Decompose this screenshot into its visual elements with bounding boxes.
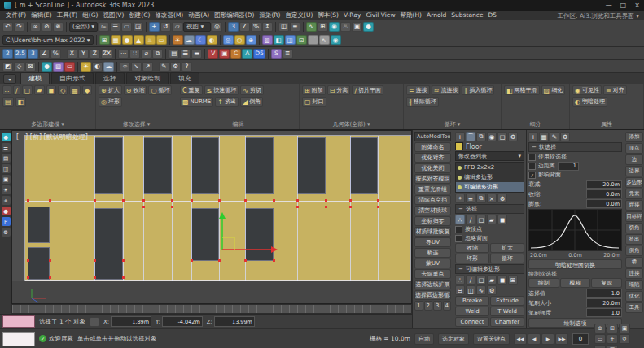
manage-links-icon[interactable]: ∞ [120, 62, 130, 72]
menu-item[interactable]: 脚本(S) [315, 11, 341, 20]
bubble-spinner[interactable]: 0.0m [586, 199, 622, 208]
falloff-spinner[interactable]: 20.0m [586, 180, 622, 189]
uv-editor-icon[interactable]: ▧ [53, 62, 64, 72]
preview-subobject-icon[interactable]: ◧ [15, 97, 27, 107]
orbit-icon[interactable]: ↺ [619, 334, 630, 344]
populate-strip-icon[interactable]: P [2, 217, 11, 226]
shrink-selection-button[interactable]: ⊖收缩 [124, 85, 147, 95]
axis-z-button[interactable]: Z [90, 49, 100, 59]
render-region-icon[interactable]: ▭ [64, 62, 75, 72]
ribbon-group-caption[interactable]: 属性 [572, 120, 641, 129]
ribbon-tab-modeling[interactable]: 建模 [20, 72, 50, 84]
menu-item[interactable]: Substance [449, 11, 485, 19]
checkbox[interactable] [528, 163, 536, 170]
menu-item[interactable]: 动画(A) [186, 11, 212, 20]
align-icon[interactable]: ≡ [290, 22, 300, 32]
ribbon-tab-populate[interactable]: 填充 [170, 72, 199, 84]
shaded-face-toggle-button[interactable]: 明暗处理面切换 [528, 259, 622, 269]
vertex-subobject-icon[interactable]: ∴ [455, 215, 465, 224]
coordinate-y-field[interactable]: -4.042m [162, 316, 203, 327]
script-button[interactable]: 清空材质球 [414, 206, 451, 215]
toolbox-detach-icon[interactable]: ⊟ [455, 285, 465, 295]
cap-button[interactable]: ▢封口 [302, 97, 326, 107]
ribbon-group-caption[interactable]: 编辑 [180, 120, 296, 129]
detach-button[interactable]: ⊟分离 [327, 85, 351, 95]
blur-button[interactable]: 模糊 [560, 278, 591, 288]
make-unique-icon[interactable]: ⧉ [476, 194, 486, 203]
select-and-rotate-icon[interactable]: ↺ [160, 22, 171, 32]
script-page-button[interactable]: 4 [443, 301, 452, 311]
clone-icon[interactable]: ⧉ [152, 49, 163, 59]
element-mode-icon[interactable]: ◼ [46, 85, 57, 95]
vertex-mode-icon[interactable]: ∴ [2, 85, 11, 95]
menu-item[interactable]: Civil View [363, 11, 397, 19]
remove-modifier-icon[interactable]: × [487, 194, 497, 203]
set-key-button[interactable]: 设置关键点 [473, 333, 510, 345]
script-button[interactable]: 附体命名 [414, 142, 451, 152]
script-button[interactable]: 清除点空挡 [414, 195, 451, 205]
teapot-icon[interactable]: ♨ [145, 35, 156, 45]
maxscript-mini-listener-white[interactable] [2, 332, 35, 346]
pan-icon[interactable]: + [607, 334, 618, 344]
previous-frame-button[interactable]: ◀ [528, 333, 541, 345]
ribbon-group-caption[interactable]: 细分 [504, 120, 567, 129]
modifier-visibility-icon[interactable] [458, 176, 462, 180]
menu-item[interactable]: 修改器(M) [152, 11, 186, 20]
toolbox-cut-icon[interactable]: ∿ [476, 285, 486, 295]
paint-row-spinner[interactable]: 20.0m [586, 298, 622, 307]
shading-button[interactable]: ◐明暗处理 [572, 97, 607, 107]
toolbox-settings-icon[interactable]: ⚙ [487, 285, 497, 295]
snaps-toggle-icon[interactable]: 3 [228, 22, 239, 32]
stack-item-edit-poly[interactable]: 编辑多边形 [456, 172, 524, 182]
mirror-icon[interactable]: ◫ [278, 22, 289, 32]
select-and-scale-icon[interactable]: ▱ [172, 22, 182, 32]
side-strip-button[interactable]: 倒角 [625, 246, 643, 256]
side-strip-button[interactable]: 挤出 [625, 234, 643, 245]
polygon-mode-icon[interactable]: ▰ [34, 85, 44, 95]
menu-item[interactable]: 渲染(R) [256, 11, 283, 20]
extrude-ribbon-button[interactable]: ↑挤出 [215, 97, 239, 107]
vray-icon[interactable]: V [208, 49, 218, 59]
reference-coordinate-dropdown[interactable]: 视图 ▾ [183, 22, 211, 32]
ribbon-group-caption[interactable]: 几何体(全部) ▾ [302, 120, 401, 129]
layer-strip-icon[interactable]: ▤ [2, 154, 11, 163]
script-page-button[interactable]: 2 [424, 301, 433, 311]
arnold-icon[interactable]: A [242, 49, 252, 59]
object-mode-icon[interactable]: ◇ [58, 85, 68, 95]
isolate-selection-icon[interactable]: ◇ [14, 62, 24, 72]
affect-backfacing-checkbox[interactable]: ✓ 影响背面 [528, 171, 622, 179]
breake-button[interactable]: Breake [455, 296, 489, 306]
rollout-grid-icon[interactable]: ▦ [539, 132, 549, 141]
maximize-viewport-icon[interactable]: ◱ [607, 345, 618, 348]
paint-button[interactable]: 绘制 [528, 278, 559, 288]
coordinate-x-field[interactable]: 1.89m [111, 316, 151, 327]
render-production-icon[interactable]: ● [363, 22, 374, 32]
cut-button[interactable]: ∿剪切 [240, 85, 264, 95]
ignore-backfacing-checkbox[interactable]: 忽略背面 [455, 234, 524, 242]
schematic-view-icon[interactable]: ⊞ [318, 22, 328, 32]
edge-subobject-icon[interactable]: ∕ [466, 215, 475, 224]
light-lister-icon[interactable]: ☀ [81, 62, 91, 72]
script-button[interactable]: 去除重点 [414, 269, 451, 279]
go-to-start-button[interactable]: ◀◀ [514, 333, 527, 345]
noise-icon[interactable]: ∿ [319, 35, 330, 45]
undo-icon[interactable]: ↶ [2, 22, 13, 32]
checkbox-checked[interactable]: ✓ [528, 172, 536, 179]
spacing-tool-icon[interactable]: ∷ [129, 49, 140, 59]
side-strip-button[interactable]: 桥 [625, 257, 643, 268]
attach-button[interactable]: ⊞附加 [302, 85, 326, 95]
current-frame-field[interactable]: 0 [572, 333, 589, 345]
visibility-button[interactable]: ◉可见性 [572, 85, 602, 95]
export-icon[interactable]: ↗ [142, 62, 153, 72]
repeat-last-button[interactable]: C重复 [180, 85, 203, 95]
angle-snap-toggle-icon[interactable]: ∠ [39, 49, 50, 59]
grow-selection-button[interactable]: ⊕扩大 [99, 85, 122, 95]
paint-row-spinner[interactable]: 1.0 [586, 308, 622, 317]
edge-distance-checkbox[interactable]: 边距离 1 [528, 162, 622, 170]
ribbon-tab-selection[interactable]: 选择 [95, 72, 125, 84]
stack-item-editable-poly[interactable]: 可编辑多边形 [456, 182, 524, 192]
toolbox-mirror-icon[interactable]: ◫ [466, 285, 475, 295]
maxscript-mini-listener-pink[interactable] [2, 315, 35, 328]
selection-region-icon[interactable]: ▭ [121, 22, 132, 32]
scene-explorer-strip-icon[interactable]: ☰ [2, 143, 11, 152]
